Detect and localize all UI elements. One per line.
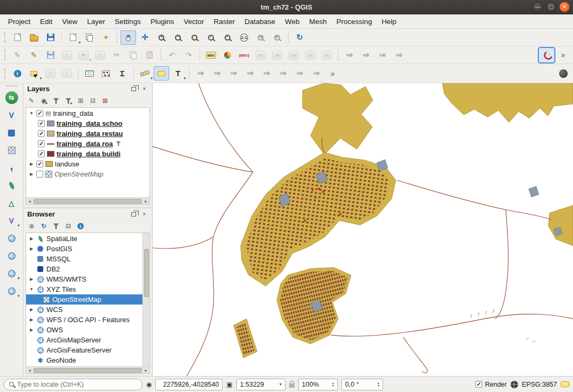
measure-icon[interactable]: ▾ [137, 66, 153, 81]
toolbar-handle[interactable] [4, 32, 6, 43]
zoom-in-icon[interactable]: + [154, 30, 169, 45]
scrollbar-thumb[interactable] [34, 368, 142, 373]
save-project-icon[interactable] [43, 30, 58, 45]
layer-training-data-roads[interactable]: ✓ training_data roa [26, 139, 149, 149]
layer-training-data-buildings[interactable]: ✓ training_data buildi [26, 149, 149, 159]
current-edits-icon[interactable]: ✎ [10, 48, 25, 62]
pan-to-selection-icon[interactable]: ✛ [137, 30, 153, 45]
crs-icon[interactable] [511, 381, 518, 388]
layer-filter-icon[interactable] [116, 141, 121, 146]
move-label-icon[interactable]: ab [286, 48, 301, 62]
browser-item-arcgis-feature-server[interactable]: ArcGisFeatureServer [26, 345, 142, 355]
delete-selected-icon[interactable]: ▭ [92, 48, 108, 62]
geoprocessing-tool-icon[interactable] [292, 66, 307, 81]
layer-training-data-restaurants[interactable]: ✓ training_data restau [26, 129, 149, 139]
identify-features-icon[interactable]: i [10, 66, 25, 81]
map-tips-icon[interactable] [154, 66, 169, 81]
menu-raster[interactable]: Raster [209, 15, 240, 28]
scroll-left-icon[interactable]: ◂ [26, 198, 33, 205]
new-project-icon[interactable] [10, 30, 25, 45]
layer-labeling-icon[interactable]: abc [203, 48, 219, 62]
filter-browser-icon[interactable] [52, 221, 60, 231]
minimize-button[interactable]: — [532, 2, 543, 12]
layer-checkbox[interactable]: ✓ [36, 110, 43, 117]
render-checkbox[interactable]: ✓ [475, 381, 482, 388]
paste-features-icon[interactable] [142, 48, 157, 62]
deselect-features-icon[interactable]: ▱ [43, 66, 58, 81]
browser-item-spatialite[interactable]: ▶ SpatiaLite [26, 234, 142, 244]
geoprocessing-tool-icon[interactable] [308, 66, 324, 81]
browser-item-mssql[interactable]: MSSQL [26, 254, 142, 264]
toolbar-overflow-icon[interactable]: » [555, 48, 571, 62]
maximize-button[interactable]: ▢ [546, 2, 556, 12]
layer-checkbox[interactable]: ✓ [38, 120, 45, 127]
menu-database[interactable]: Database [240, 15, 280, 28]
menu-vector[interactable]: Vector [179, 15, 209, 28]
labeling-tool-icon[interactable] [391, 48, 407, 62]
browser-item-geonode[interactable]: ✱ GeoNode [26, 355, 142, 365]
labeling-tool-icon[interactable] [341, 48, 357, 62]
layout-manager-icon[interactable] [82, 30, 97, 45]
menu-settings[interactable]: Settings [110, 15, 146, 28]
zoom-native-resolution-icon[interactable]: 1:1 [236, 30, 252, 45]
refresh-browser-icon[interactable]: ↻ [40, 221, 47, 231]
pan-map-icon[interactable] [121, 30, 136, 45]
menu-project[interactable]: Project [3, 15, 35, 28]
menu-edit[interactable]: Edit [35, 15, 57, 28]
highlight-labels-icon[interactable]: ab [253, 48, 268, 62]
toolbar-handle[interactable] [4, 50, 6, 60]
rotation-spinbox[interactable]: 0,0 ° ▴▾ [341, 379, 383, 390]
chevron-down-icon[interactable]: ▾ [280, 382, 282, 387]
float-panel-button[interactable] [130, 85, 138, 93]
browser-item-xyz-tiles[interactable]: ▼ XYZ Tiles [26, 284, 142, 294]
open-project-icon[interactable] [26, 30, 42, 45]
vertex-tool-icon[interactable]: ✚▾ [76, 48, 91, 62]
add-arcgis-rest-server-icon[interactable]: ▾ [4, 284, 20, 298]
style-manager-icon[interactable]: ✦ [98, 30, 114, 45]
open-layer-styling-icon[interactable]: ✎ [28, 96, 35, 106]
layer-diagram-icon[interactable] [220, 48, 235, 62]
expand-all-icon[interactable]: ⊞ [77, 96, 84, 106]
add-virtual-layer-icon[interactable]: V▾ [4, 214, 20, 228]
geoprocessing-tool-icon[interactable] [242, 66, 258, 81]
browser-item-wms-wmts[interactable]: ▶ WMS/WMTS [26, 274, 142, 284]
geoprocessing-tool-icon[interactable] [226, 66, 241, 81]
add-raster-layer-icon[interactable] [4, 126, 20, 140]
menu-help[interactable]: Help [377, 15, 401, 28]
add-selected-layers-icon[interactable]: ⊕ [28, 221, 35, 231]
locate-search[interactable] [4, 379, 142, 390]
zoom-out-icon[interactable]: − [170, 30, 186, 45]
layer-checkbox[interactable]: ✓ [36, 161, 43, 167]
scrollbar-thumb[interactable] [34, 199, 142, 204]
browser-vertical-scrollbar[interactable] [142, 233, 149, 366]
save-layer-edits-icon[interactable] [43, 48, 58, 62]
chevron-right-icon[interactable]: ▶ [29, 307, 34, 312]
chevron-right-icon[interactable]: ▶ [29, 317, 34, 322]
zoom-full-extent-icon[interactable] [187, 30, 202, 45]
labeling-tool-icon[interactable] [358, 48, 373, 62]
copy-features-icon[interactable] [125, 48, 141, 62]
text-annotation-icon[interactable]: T▾ [170, 66, 186, 81]
manage-map-themes-icon[interactable]: ◉▾ [40, 96, 47, 106]
zoom-to-selection-icon[interactable]: ▪ [203, 30, 219, 45]
tree-expand-icon[interactable]: ▼ [29, 111, 34, 116]
scroll-right-icon[interactable]: ▸ [142, 367, 149, 374]
statistical-summary-icon[interactable]: Σ [115, 66, 130, 81]
zoom-next-icon[interactable]: ▸ [269, 30, 285, 45]
remove-layer-icon[interactable]: ⊠ [101, 96, 109, 106]
add-mesh-layer-icon[interactable] [4, 143, 20, 157]
scroll-left-icon[interactable]: ◂ [26, 367, 33, 374]
browser-item-db2[interactable]: DB2 [26, 264, 142, 274]
refresh-map-icon[interactable]: ↻ [292, 30, 307, 45]
geoprocessing-tool-icon[interactable] [275, 66, 291, 81]
browser-item-wfs[interactable]: ▶ WFS / OGC API - Features [26, 315, 142, 325]
layers-horizontal-scrollbar[interactable]: ◂ ▸ [26, 197, 149, 204]
toolbar-handle[interactable] [6, 85, 17, 87]
redo-icon[interactable]: ↷ [181, 48, 196, 62]
browser-item-wcs[interactable]: ▶ WCS [26, 305, 142, 315]
add-wms-layer-icon[interactable] [4, 231, 20, 245]
zoom-last-icon[interactable]: ◂ [253, 30, 268, 45]
browser-item-postgis[interactable]: ▶ PostGIS [26, 244, 142, 254]
new-print-layout-icon[interactable]: ▾ [65, 30, 81, 45]
tree-expand-icon[interactable]: ▶ [29, 162, 34, 166]
